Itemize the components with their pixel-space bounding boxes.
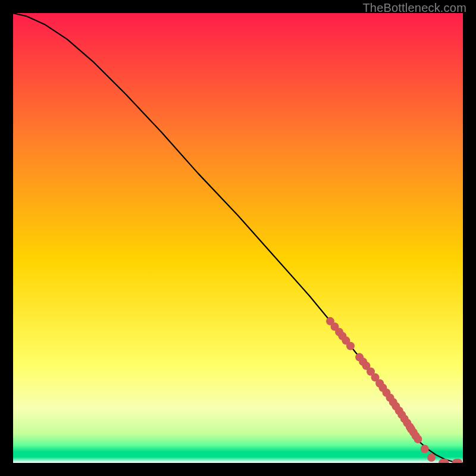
marker-point — [414, 435, 422, 443]
watermark-text: TheBottleneck.com — [362, 1, 466, 15]
bottleneck-chart — [13, 13, 463, 463]
chart-stage: TheBottleneck.com — [0, 0, 476, 476]
marker-point — [421, 445, 429, 453]
gradient-background — [13, 13, 463, 463]
marker-point — [346, 342, 355, 350]
marker-point — [427, 453, 436, 462]
